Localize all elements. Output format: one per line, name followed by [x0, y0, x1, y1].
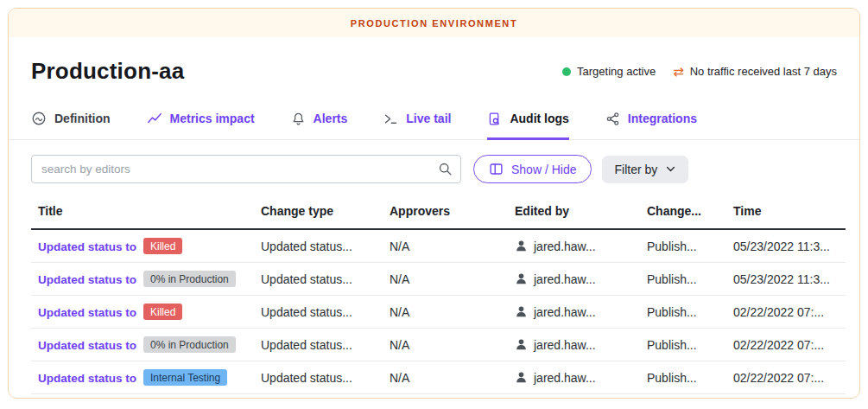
row-title-link[interactable]: Updated status to — [38, 339, 136, 352]
person-icon — [515, 305, 528, 318]
approvers-cell: N/A — [383, 329, 508, 361]
edited-by-cell: jared.haw... — [534, 305, 596, 319]
status-badge: 0% in Production — [143, 336, 236, 353]
approvers-cell: N/A — [383, 229, 508, 263]
person-icon — [515, 371, 528, 384]
traffic-arrows-icon: ⇄ — [673, 65, 684, 78]
tab-live-tail-label: Live tail — [406, 112, 451, 125]
tab-alerts-label: Alerts — [314, 112, 348, 125]
traffic-status-label: No traffic received last 7 days — [690, 65, 837, 78]
search-input[interactable] — [31, 155, 461, 183]
columns-icon — [489, 162, 504, 176]
change-type-cell: Updated status... — [254, 329, 383, 361]
integrations-icon — [605, 112, 620, 126]
change-cell: Publish... — [640, 361, 726, 394]
row-title-link[interactable]: Updated status to — [38, 273, 136, 286]
traffic-status: ⇄ No traffic received last 7 days — [673, 65, 837, 78]
show-hide-button[interactable]: Show / Hide — [473, 155, 592, 183]
change-type-cell: Updated status... — [254, 296, 383, 329]
change-cell: Publish... — [640, 329, 726, 361]
change-type-cell: Updated status... — [254, 361, 383, 394]
column-header-approvers: Approvers — [383, 195, 508, 229]
table-header-row: Title Change type Approvers Edited by Ch… — [31, 195, 846, 229]
edited-by-cell: jared.haw... — [534, 272, 596, 286]
change-type-cell: Updated status... — [254, 263, 383, 296]
audit-log-table: Title Change type Approvers Edited by Ch… — [31, 195, 846, 394]
tab-audit-logs-label: Audit logs — [510, 112, 568, 125]
tab-integrations-label: Integrations — [628, 112, 697, 125]
search-wrapper — [31, 155, 461, 183]
table-row[interactable]: Updated status toInternal Testing Update… — [31, 361, 846, 394]
toolbar: Show / Hide Filter by — [9, 140, 859, 192]
tab-bar: Definition Metrics impact Alerts Live ta… — [9, 111, 859, 140]
time-cell: 05/23/2022 11:3... — [726, 229, 846, 263]
filter-by-button[interactable]: Filter by — [602, 156, 688, 183]
tab-definition[interactable]: Definition — [31, 111, 111, 140]
edited-by-cell: jared.haw... — [534, 338, 596, 352]
table-row[interactable]: Updated status toKilled Updated status..… — [31, 229, 846, 263]
edited-by-cell: jared.haw... — [534, 371, 596, 385]
bell-icon — [291, 112, 306, 126]
page-title: Production-aa — [31, 58, 184, 85]
approvers-cell: N/A — [383, 296, 508, 329]
tab-alerts[interactable]: Alerts — [291, 111, 348, 140]
row-title-link[interactable]: Updated status to — [38, 306, 136, 319]
change-cell: Publish... — [640, 296, 726, 329]
column-header-title: Title — [31, 195, 254, 229]
table-row[interactable]: Updated status to0% in Production Update… — [31, 263, 846, 296]
edited-by-cell: jared.haw... — [534, 240, 596, 253]
status-badge: Internal Testing — [143, 369, 227, 386]
chevron-down-icon — [665, 163, 676, 175]
change-cell: Publish... — [640, 229, 726, 263]
approvers-cell: N/A — [383, 263, 508, 296]
show-hide-label: Show / Hide — [511, 163, 576, 176]
time-cell: 02/22/2022 07:... — [726, 361, 846, 394]
filter-by-label: Filter by — [614, 163, 657, 176]
tab-definition-label: Definition — [54, 112, 111, 125]
metrics-chart-icon — [147, 111, 162, 126]
audit-logs-icon — [487, 112, 502, 126]
row-title-link[interactable]: Updated status to — [38, 372, 136, 385]
page-header: Production-aa Targeting active ⇄ No traf… — [9, 37, 859, 85]
change-type-cell: Updated status... — [254, 229, 383, 263]
status-badge: 0% in Production — [143, 271, 236, 287]
tab-live-tail[interactable]: Live tail — [383, 111, 451, 140]
approvers-cell: N/A — [383, 361, 508, 394]
column-header-edited-by: Edited by — [508, 195, 640, 229]
tab-integrations[interactable]: Integrations — [605, 111, 697, 140]
table-row[interactable]: Updated status toKilled Updated status..… — [31, 296, 846, 329]
time-cell: 02/22/2022 07:... — [726, 296, 846, 329]
definition-icon — [31, 111, 47, 126]
tab-metrics-impact[interactable]: Metrics impact — [147, 111, 255, 140]
terminal-icon — [383, 112, 398, 126]
green-dot-icon — [562, 67, 571, 76]
person-icon — [515, 272, 528, 285]
time-cell: 05/23/2022 11:3... — [726, 263, 846, 296]
status-badge: Killed — [143, 238, 182, 254]
search-icon — [438, 162, 453, 180]
tab-audit-logs[interactable]: Audit logs — [487, 111, 568, 140]
person-icon — [515, 240, 528, 252]
status-badge: Killed — [143, 304, 182, 320]
targeting-status-label: Targeting active — [577, 65, 656, 78]
table-row[interactable]: Updated status to0% in Production Update… — [31, 329, 846, 361]
change-cell: Publish... — [640, 263, 726, 296]
time-cell: 02/22/2022 07:... — [726, 329, 846, 361]
environment-card: PRODUCTION ENVIRONMENT Production-aa Tar… — [8, 8, 860, 399]
production-environment-banner: PRODUCTION ENVIRONMENT — [9, 9, 859, 37]
column-header-change: Change... — [640, 195, 726, 229]
tab-metrics-impact-label: Metrics impact — [170, 112, 255, 125]
column-header-time: Time — [726, 195, 846, 229]
targeting-status: Targeting active — [562, 65, 656, 78]
column-header-change-type: Change type — [254, 195, 383, 229]
row-title-link[interactable]: Updated status to — [38, 240, 136, 253]
person-icon — [515, 338, 528, 351]
status-group: Targeting active ⇄ No traffic received l… — [562, 65, 837, 78]
